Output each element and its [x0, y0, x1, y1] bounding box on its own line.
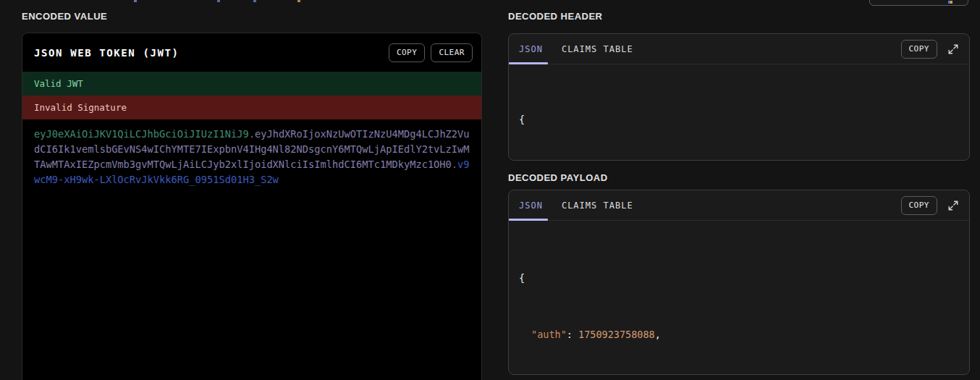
decoded-payload-json: { "auth": 1750923758088, "agent": "Mozil…	[509, 221, 969, 375]
clipped-text-fragment	[134, 0, 137, 2]
decoded-payload-heading: DECODED PAYLOAD	[508, 172, 608, 183]
expand-icon[interactable]	[947, 43, 960, 56]
partial-topbar-button[interactable]	[869, 0, 968, 6]
copy-header-button[interactable]: COPY	[901, 40, 938, 59]
clear-token-button[interactable]: CLEAR	[431, 43, 473, 62]
jwt-dot-separator: .	[452, 159, 457, 170]
jwt-header-segment: eyJ0eXAiOiJKV1QiLCJhbGciOiJIUzI1NiJ9	[34, 128, 249, 140]
jwt-token-input[interactable]: eyJ0eXAiOiJKV1QiLCJhbGciOiJIUzI1NiJ9.eyJ…	[22, 119, 481, 195]
valid-jwt-label: Valid JWT	[34, 78, 83, 89]
valid-jwt-banner: Valid JWT	[22, 72, 481, 96]
encoded-card-titlebar: JSON WEB TOKEN (JWT) COPY CLEAR	[22, 33, 481, 72]
partial-button-icon	[948, 1, 952, 4]
encoded-card-title: JSON WEB TOKEN (JWT)	[34, 47, 389, 59]
jwt-dot-separator: .	[249, 128, 255, 140]
decoded-header-tab-row: JSON CLAIMS TABLE COPY	[509, 34, 969, 64]
invalid-signature-label: Invalid Signature	[34, 102, 127, 113]
code-line: {	[519, 269, 952, 287]
copy-token-button[interactable]: COPY	[389, 43, 426, 62]
clipped-text-fragment	[253, 0, 256, 2]
encoded-value-heading: ENCODED VALUE	[22, 11, 107, 22]
copy-payload-button[interactable]: COPY	[901, 196, 938, 215]
decoded-header-heading: DECODED HEADER	[508, 11, 603, 22]
active-tab-underline	[509, 62, 548, 64]
clipped-text-fragment	[217, 0, 220, 2]
active-tab-underline	[509, 219, 548, 221]
decoded-payload-tab-row: JSON CLAIMS TABLE COPY	[509, 190, 969, 221]
invalid-signature-banner: Invalid Signature	[22, 96, 481, 119]
decoded-payload-card: JSON CLAIMS TABLE COPY { "auth": 1750923…	[508, 190, 970, 375]
tab-json[interactable]: JSON	[519, 200, 543, 211]
json-value: 1750923758088	[578, 329, 655, 340]
decoded-header-card: JSON CLAIMS TABLE COPY { "typ": "JWT", "…	[508, 33, 970, 161]
tab-claims-table[interactable]: CLAIMS TABLE	[562, 44, 633, 54]
tab-claims-table[interactable]: CLAIMS TABLE	[562, 200, 633, 211]
expand-icon[interactable]	[947, 199, 960, 212]
clipped-text-fragment	[297, 0, 300, 2]
code-line: "auth": 1750923758088,	[519, 325, 952, 344]
encoded-token-card: JSON WEB TOKEN (JWT) COPY CLEAR Valid JW…	[22, 33, 482, 380]
tab-json[interactable]: JSON	[519, 44, 543, 54]
code-line: {	[519, 110, 952, 129]
json-key: "auth"	[531, 329, 567, 340]
decoded-header-json: { "typ": "JWT", "alg": "HS256" }	[509, 64, 969, 161]
